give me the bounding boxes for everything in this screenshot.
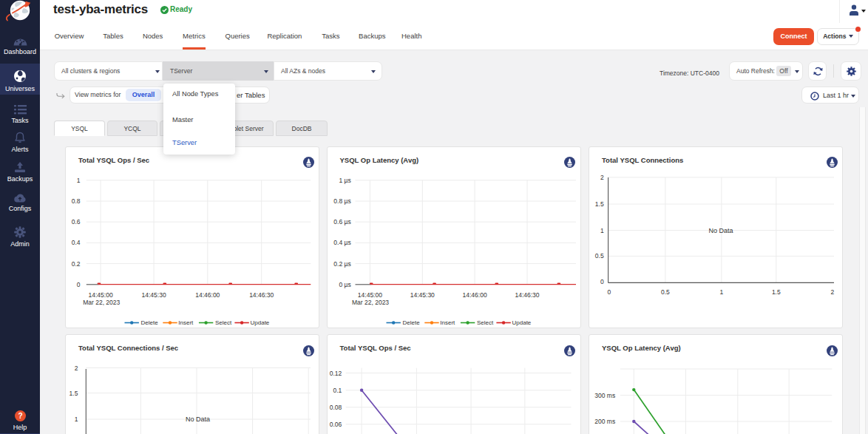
svg-text:14:45:00: 14:45:00: [89, 291, 113, 298]
svg-text:0.08: 0.08: [329, 404, 342, 411]
svg-text:1: 1: [720, 288, 724, 296]
svg-text:0.8: 0.8: [72, 197, 81, 205]
svg-text:Delete: Delete: [402, 319, 420, 326]
svg-text:300 ms: 300 ms: [594, 392, 615, 399]
svg-text:0.2: 0.2: [72, 260, 81, 267]
svg-text:14:46:00: 14:46:00: [195, 291, 220, 298]
svg-text:0.2 µs: 0.2 µs: [333, 260, 350, 267]
svg-text:Select: Select: [476, 319, 493, 326]
svg-text:14:46:00: 14:46:00: [462, 291, 486, 298]
svg-text:0.6 µs: 0.6 µs: [333, 218, 350, 226]
svg-text:14:46:30: 14:46:30: [249, 291, 274, 298]
svg-text:0: 0: [608, 288, 611, 296]
svg-text:1: 1: [77, 176, 81, 183]
svg-text:Insert: Insert: [178, 319, 194, 326]
svg-text:2: 2: [75, 365, 78, 372]
svg-text:1: 1: [75, 416, 78, 423]
svg-text:2: 2: [830, 288, 834, 296]
svg-text:?: ?: [18, 412, 22, 420]
svg-text:0.5: 0.5: [595, 252, 604, 260]
svg-text:1: 1: [600, 226, 604, 234]
svg-text:0.8 µs: 0.8 µs: [333, 197, 350, 205]
svg-text:1.5: 1.5: [69, 390, 78, 397]
svg-text:1.5: 1.5: [772, 288, 781, 296]
svg-text:Mar 22, 2023: Mar 22, 2023: [83, 298, 120, 305]
svg-text:0.06: 0.06: [329, 421, 342, 428]
svg-text:0.6: 0.6: [72, 218, 81, 226]
svg-text:14:45:00: 14:45:00: [357, 291, 382, 298]
svg-text:No Data: No Data: [708, 226, 733, 234]
svg-text:200 ms: 200 ms: [594, 418, 615, 425]
svg-text:14:45:30: 14:45:30: [410, 291, 434, 298]
svg-text:0 µs: 0 µs: [339, 280, 350, 288]
svg-text:0.1: 0.1: [333, 387, 342, 394]
svg-text:0.5: 0.5: [661, 288, 670, 296]
svg-text:Update: Update: [251, 319, 270, 326]
svg-text:Select: Select: [215, 319, 232, 326]
svg-text:2: 2: [600, 173, 604, 180]
svg-text:Insert: Insert: [440, 319, 455, 326]
svg-text:No Data: No Data: [186, 416, 210, 423]
svg-text:Mar 22, 2023: Mar 22, 2023: [352, 298, 389, 305]
svg-text:14:46:30: 14:46:30: [515, 291, 539, 298]
svg-text:0.4 µs: 0.4 µs: [333, 239, 350, 246]
svg-text:0.4: 0.4: [72, 239, 81, 246]
svg-text:Update: Update: [512, 319, 531, 326]
svg-text:1 µs: 1 µs: [339, 176, 350, 183]
svg-text:1.5: 1.5: [595, 200, 604, 208]
svg-text:0.12: 0.12: [329, 370, 342, 377]
svg-text:Delete: Delete: [141, 319, 159, 326]
svg-text:0: 0: [77, 280, 81, 288]
svg-text:0: 0: [600, 278, 604, 285]
svg-text:14:45:30: 14:45:30: [142, 291, 166, 298]
